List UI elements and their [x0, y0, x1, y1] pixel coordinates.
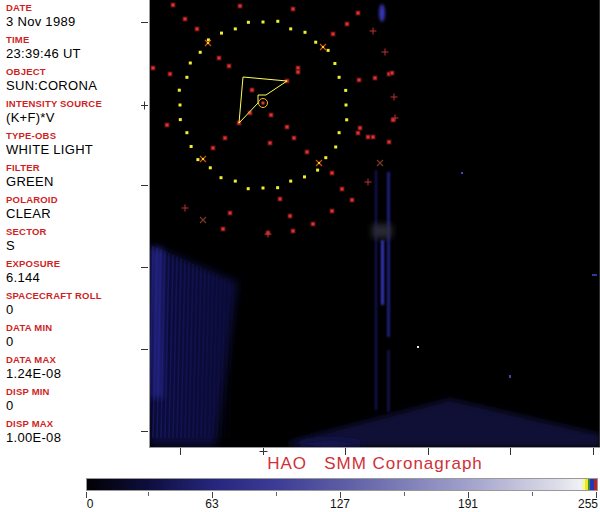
- red-dot-halo: [171, 3, 176, 8]
- plus-mark: [382, 49, 389, 56]
- colorbar-label: 0: [87, 497, 94, 511]
- red-dot-halo: [358, 126, 363, 131]
- red-dot: [359, 127, 362, 130]
- yellow-fiducial-dot: [344, 89, 347, 92]
- plus-mark: [182, 205, 189, 212]
- x-mark: [316, 160, 322, 166]
- fan-stripe: [169, 255, 173, 438]
- red-dot-halo: [340, 187, 345, 192]
- red-dot: [169, 73, 172, 76]
- fan-stripe: [189, 264, 193, 438]
- colorbar-label: 127: [330, 497, 350, 511]
- plus-mark: [365, 179, 372, 186]
- fan-stripe: [201, 269, 205, 438]
- red-dot: [286, 126, 289, 129]
- yellow-fiducial-dot: [189, 62, 192, 65]
- red-dot-halo: [288, 214, 293, 219]
- red-dot-halo: [285, 79, 290, 84]
- red-dot: [239, 5, 242, 8]
- fan-stripe: [221, 278, 225, 438]
- red-dot-halo: [266, 231, 271, 236]
- metadata-field-date: DATE 3 Nov 1989: [6, 1, 148, 33]
- field-value: SUN:CORONA: [6, 78, 148, 94]
- bottom-band: [290, 399, 600, 447]
- bottom-smudge: [298, 439, 362, 449]
- fan-stripe: [185, 262, 189, 438]
- field-label: DATA MAX: [6, 353, 148, 366]
- red-dot-halo: [350, 198, 355, 203]
- red-dot: [289, 215, 292, 218]
- red-dot-halo: [291, 7, 296, 12]
- field-value: 1.24E-08: [6, 366, 148, 382]
- field-label: TYPE-OBS: [6, 129, 148, 142]
- fan-stripe: [209, 273, 213, 438]
- red-dot: [292, 8, 295, 11]
- image-title: HAO SMM Coronagraph: [150, 454, 600, 474]
- red-dot-halo: [390, 71, 395, 76]
- yellow-fiducial-dot: [179, 104, 182, 107]
- metadata-field-data-max: DATA MAX 1.24E-08: [6, 353, 148, 385]
- red-dot-halo: [165, 123, 170, 128]
- yellow-fiducial-dot: [185, 76, 188, 79]
- vertical-streak-bright: [381, 240, 384, 305]
- red-dot-halo: [168, 72, 173, 77]
- fan-stripe: [213, 275, 217, 438]
- metadata-field-polaroid: POLAROID CLEAR: [6, 193, 148, 225]
- x-mark-center: [202, 158, 204, 160]
- field-label: OBJECT: [6, 65, 148, 78]
- sun-center-dot: [262, 102, 265, 105]
- red-dot: [172, 4, 175, 7]
- yellow-fiducial-dot: [289, 180, 292, 183]
- field-value: 23:39:46 UT: [6, 46, 148, 62]
- metadata-field-spacecraft-roll: SPACECRAFT ROLL 0: [6, 289, 148, 321]
- field-value: 0: [6, 398, 148, 414]
- field-value: (K+F)*V: [6, 110, 148, 126]
- blue-dot-small: [461, 172, 463, 174]
- red-dot: [166, 124, 169, 127]
- red-dot: [388, 141, 391, 144]
- red-dot-halo: [387, 140, 392, 145]
- yellow-fiducial-dot: [338, 131, 341, 134]
- field-label: DATA MIN: [6, 321, 148, 334]
- coronagraph-viewer-window: DATE 3 Nov 1989 TIME 23:39:46 UT OBJECT …: [0, 0, 600, 512]
- fan-stripe: [173, 257, 177, 438]
- red-dot: [293, 137, 296, 140]
- red-dot-halo: [223, 136, 228, 141]
- yellow-fiducial-dot: [247, 21, 250, 24]
- red-dot-halo: [291, 229, 296, 234]
- red-dot-halo: [356, 131, 361, 136]
- fan-stripe: [153, 248, 157, 438]
- white-dot: [417, 346, 419, 348]
- red-dot-halo: [330, 171, 335, 176]
- red-dot-halo: [296, 66, 301, 71]
- red-dot: [341, 188, 344, 191]
- fan-stripe: [157, 250, 161, 438]
- red-dot: [292, 230, 295, 233]
- red-dot: [270, 114, 273, 117]
- yellow-fiducial-dot: [178, 89, 181, 92]
- metadata-field-object: OBJECT SUN:CORONA: [6, 65, 148, 97]
- metadata-field-sector: SECTOR S: [6, 225, 148, 257]
- fan-stripe: [181, 260, 185, 438]
- yellow-fiducial-dot: [276, 186, 279, 189]
- red-dot-halo: [356, 11, 361, 16]
- red-dot-halo: [228, 211, 233, 216]
- x-mark: [320, 44, 326, 50]
- field-value: CLEAR: [6, 206, 148, 222]
- grey-blob: [372, 224, 392, 238]
- red-dot-halo: [269, 113, 274, 118]
- red-dot-halo: [248, 111, 253, 116]
- field-label: SECTOR: [6, 225, 148, 238]
- field-value: 6.144: [6, 270, 148, 286]
- field-value: 3 Nov 1989: [6, 14, 148, 30]
- red-dot-halo: [238, 4, 243, 9]
- red-dot: [331, 172, 334, 175]
- fan-stripe: [217, 277, 221, 438]
- red-dot: [269, 142, 272, 145]
- field-value: 1.00E-08: [6, 430, 148, 446]
- x-mark: [200, 156, 206, 162]
- red-dot: [152, 67, 155, 70]
- fan-glow: [150, 244, 238, 447]
- field-label: DATE: [6, 1, 148, 14]
- red-dot-halo: [311, 222, 316, 227]
